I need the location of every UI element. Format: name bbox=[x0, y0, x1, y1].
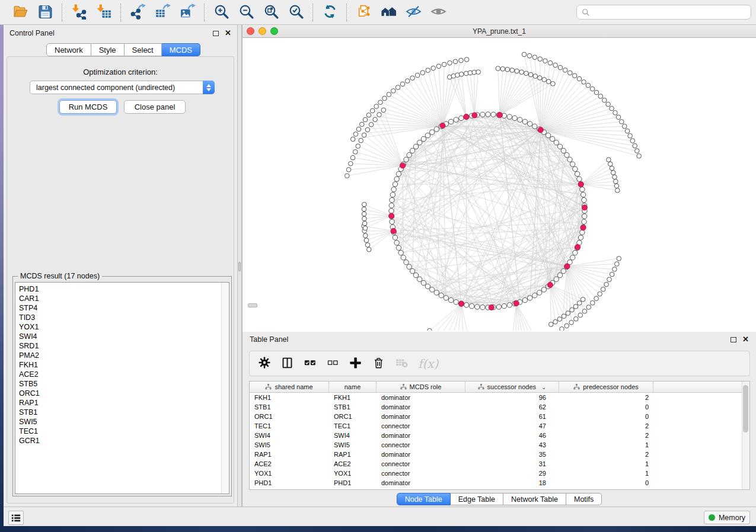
search-field[interactable] bbox=[576, 5, 751, 20]
zoom-selected-button[interactable] bbox=[286, 3, 305, 22]
table-scrollbar-thumb[interactable] bbox=[743, 385, 748, 432]
table-scrollbar[interactable] bbox=[742, 382, 749, 489]
mcds-result-item[interactable]: CAR1 bbox=[19, 294, 229, 303]
export-image-button[interactable] bbox=[178, 3, 197, 22]
cell-successor-nodes[interactable]: 62 bbox=[465, 402, 559, 412]
mcds-result-item[interactable]: TID3 bbox=[19, 313, 229, 322]
tab-mcds[interactable]: MCDS bbox=[162, 43, 200, 56]
zoom-in-button[interactable] bbox=[212, 3, 231, 22]
mcds-result-item[interactable]: YOX1 bbox=[19, 322, 229, 332]
cell-successor-nodes[interactable]: 29 bbox=[465, 469, 559, 478]
deselect-all-button[interactable] bbox=[327, 355, 339, 373]
mcds-result-item[interactable]: RAP1 bbox=[19, 398, 229, 408]
mcds-result-item[interactable]: GCR1 bbox=[19, 436, 229, 446]
show-all-button[interactable] bbox=[429, 3, 448, 22]
cell-successor-nodes[interactable]: 61 bbox=[465, 412, 559, 421]
cell-MCDS-role[interactable]: dominator bbox=[377, 412, 465, 421]
zoom-fit-button[interactable] bbox=[261, 3, 280, 22]
column-header-successor-nodes[interactable]: successor nodes⌄ bbox=[465, 382, 559, 392]
cell-MCDS-role[interactable]: connector bbox=[377, 421, 465, 431]
mcds-result-item[interactable]: STP4 bbox=[19, 303, 229, 313]
cell-successor-nodes[interactable]: 46 bbox=[465, 431, 559, 440]
column-header-shared-name[interactable]: shared name bbox=[250, 382, 329, 392]
delete-button[interactable] bbox=[372, 355, 385, 373]
mcds-result-item[interactable]: STB5 bbox=[19, 379, 229, 389]
tab-network[interactable]: Network bbox=[46, 43, 91, 56]
cell-name[interactable]: SWI4 bbox=[329, 431, 377, 440]
splitter-grip-icon[interactable] bbox=[238, 262, 241, 271]
cell-MCDS-role[interactable]: dominator bbox=[377, 402, 465, 412]
cell-shared-name[interactable]: TEC1 bbox=[250, 421, 329, 431]
refresh-button[interactable] bbox=[320, 3, 339, 22]
import-table-button[interactable] bbox=[94, 3, 113, 22]
cell-MCDS-role[interactable]: dominator bbox=[377, 431, 465, 440]
cell-successor-nodes[interactable]: 96 bbox=[465, 393, 559, 402]
cell-MCDS-role[interactable]: dominator bbox=[377, 478, 465, 488]
cell-predecessor-nodes[interactable]: 1 bbox=[559, 469, 653, 478]
tab-network-table[interactable]: Network Table bbox=[503, 493, 566, 505]
run-mcds-button[interactable]: Run MCDS bbox=[59, 100, 117, 114]
cell-predecessor-nodes[interactable]: 1 bbox=[559, 440, 653, 450]
mcds-result-item[interactable]: ORC1 bbox=[19, 389, 229, 398]
search-input[interactable] bbox=[593, 8, 746, 17]
mcds-result-item[interactable]: SWI4 bbox=[19, 332, 229, 341]
table-row[interactable]: SWI4SWI4dominator462 bbox=[250, 431, 749, 440]
cell-successor-nodes[interactable]: 47 bbox=[465, 421, 559, 431]
mcds-list-scrollbar[interactable] bbox=[221, 283, 229, 493]
cell-successor-nodes[interactable]: 31 bbox=[465, 459, 559, 469]
column-header-predecessor-nodes[interactable]: predecessor nodes bbox=[559, 382, 653, 392]
float-table-panel-icon[interactable] bbox=[731, 337, 736, 342]
cell-predecessor-nodes[interactable]: 2 bbox=[559, 450, 653, 459]
import-network-button[interactable] bbox=[69, 3, 88, 22]
table-row[interactable]: ORC1ORC1dominator610 bbox=[250, 412, 749, 421]
tab-node-table[interactable]: Node Table bbox=[397, 493, 451, 505]
task-history-button[interactable] bbox=[8, 511, 24, 525]
mcds-result-item[interactable]: PHD1 bbox=[19, 284, 229, 294]
mcds-result-item[interactable]: PMA2 bbox=[19, 351, 229, 360]
cell-shared-name[interactable]: ACE2 bbox=[250, 459, 329, 469]
table-row[interactable]: TEC1TEC1connector472 bbox=[250, 421, 749, 431]
cell-name[interactable]: YOX1 bbox=[329, 469, 377, 478]
network-graph-canvas[interactable] bbox=[243, 38, 755, 331]
table-row[interactable]: PHD1PHD1dominator180 bbox=[250, 478, 749, 488]
export-network-button[interactable] bbox=[128, 3, 147, 22]
cell-predecessor-nodes[interactable]: 0 bbox=[559, 478, 653, 488]
table-row[interactable]: ACE2ACE2connector311 bbox=[250, 459, 749, 469]
column-header-name[interactable]: name bbox=[329, 382, 377, 392]
cell-MCDS-role[interactable]: dominator bbox=[377, 450, 465, 459]
cell-name[interactable]: SWI5 bbox=[329, 440, 377, 450]
cell-shared-name[interactable]: FKH1 bbox=[250, 393, 329, 402]
cell-predecessor-nodes[interactable]: 1 bbox=[559, 459, 653, 469]
open-file-button[interactable] bbox=[11, 3, 30, 22]
duplicate-network-button[interactable] bbox=[354, 3, 373, 22]
cell-predecessor-nodes[interactable]: 0 bbox=[559, 402, 653, 412]
cell-MCDS-role[interactable]: connector bbox=[377, 440, 465, 450]
mcds-result-item[interactable]: SWI5 bbox=[19, 417, 229, 427]
cell-shared-name[interactable]: SWI5 bbox=[250, 440, 329, 450]
criterion-dropdown[interactable]: largest connected component (undirected) bbox=[30, 81, 215, 94]
panel-splitter-vertical[interactable] bbox=[237, 25, 242, 507]
node-table[interactable]: shared namenameMCDS rolesuccessor nodes⌄… bbox=[249, 381, 750, 490]
first-neighbors-button[interactable] bbox=[379, 3, 398, 22]
cell-shared-name[interactable]: STB1 bbox=[250, 402, 329, 412]
cell-MCDS-role[interactable]: connector bbox=[377, 459, 465, 469]
cell-predecessor-nodes[interactable]: 0 bbox=[559, 412, 653, 421]
table-row[interactable]: RAP1RAP1dominator352 bbox=[250, 450, 749, 459]
memory-button[interactable]: Memory bbox=[704, 511, 750, 524]
cell-MCDS-role[interactable]: connector bbox=[377, 469, 465, 478]
cell-name[interactable]: ORC1 bbox=[329, 412, 377, 421]
cell-name[interactable]: TEC1 bbox=[329, 421, 377, 431]
hide-selected-button[interactable] bbox=[404, 3, 423, 22]
mcds-result-item[interactable]: STB1 bbox=[19, 408, 229, 417]
columns-button[interactable] bbox=[281, 355, 294, 373]
cell-successor-nodes[interactable]: 35 bbox=[465, 450, 559, 459]
mcds-result-item[interactable]: FKH1 bbox=[19, 360, 229, 370]
close-panel-button[interactable]: Close panel bbox=[124, 100, 186, 114]
cell-MCDS-role[interactable]: dominator bbox=[377, 393, 465, 402]
mcds-result-item[interactable]: ACE2 bbox=[19, 370, 229, 379]
cell-predecessor-nodes[interactable]: 2 bbox=[559, 393, 653, 402]
cell-shared-name[interactable]: PHD1 bbox=[250, 478, 329, 488]
cell-name[interactable]: ACE2 bbox=[329, 459, 377, 469]
cell-name[interactable]: RAP1 bbox=[329, 450, 377, 459]
cell-shared-name[interactable]: SWI4 bbox=[250, 431, 329, 440]
